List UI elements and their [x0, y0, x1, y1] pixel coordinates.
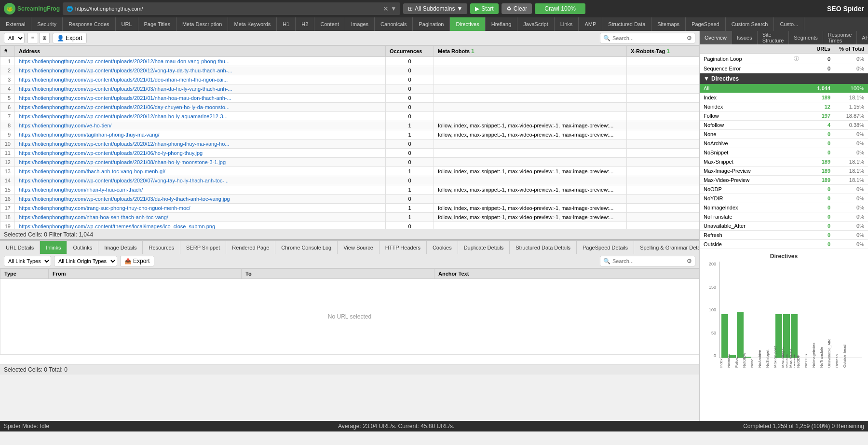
tab-images[interactable]: Images [345, 17, 375, 31]
url-bar[interactable]: https://hotienphongthuy.com/ [75, 3, 381, 14]
right-panel-item[interactable]: Refresh 0 0% [700, 231, 868, 240]
right-panel-item[interactable]: NoYDIR 0 0% [700, 194, 868, 203]
sequence-error-row[interactable]: Sequence Error 0 0% [700, 64, 868, 73]
subdomains-btn[interactable]: ⊞ All Subdomains ▼ [403, 3, 467, 14]
tab-pagespeed[interactable]: PageSpeed [686, 17, 726, 31]
directives-section-header[interactable]: ▼ Directives [700, 73, 868, 84]
tab-content[interactable]: Content [314, 17, 345, 31]
footer-tab-cookies[interactable]: Cookies [427, 241, 458, 254]
export-btn[interactable]: 👤 Export [53, 33, 87, 43]
table-row[interactable]: 8 https://hotienphongthuy.com/ve-ho-tien… [0, 121, 699, 130]
origin-types-select[interactable]: All Link Origin Types [54, 256, 117, 266]
right-tab-site-structure[interactable]: Site Structure [758, 31, 789, 44]
footer-tab-spelling[interactable]: Spelling & Grammar Details [634, 241, 699, 254]
list-view-btn[interactable]: ≡ [27, 33, 38, 43]
right-tab-segments[interactable]: Segments [789, 31, 823, 44]
pagination-loop-row[interactable]: Pagination Loop ⓘ 0 0% [700, 54, 868, 64]
right-tab-api[interactable]: API [857, 31, 868, 44]
table-row[interactable]: 10 https://hotienphongthuy.com/wp-conten… [0, 139, 699, 149]
right-panel-item[interactable]: NoODP 0 0% [700, 185, 868, 194]
url-clear-btn[interactable]: ✕ [383, 5, 389, 13]
table-row[interactable]: 16 https://hotienphongthuy.com/wp-conten… [0, 195, 699, 204]
right-panel-item[interactable]: Follow 197 18.87% [700, 111, 868, 121]
table-row[interactable]: 18 https://hotienphongthuy.com/nhan-hoa-… [0, 213, 699, 222]
footer-tab-image-details[interactable]: Image Details [98, 241, 143, 254]
right-panel-item[interactable]: Max-Snippet 189 18.1% [700, 157, 868, 167]
right-panel-item[interactable]: NoImageIndex 0 0% [700, 203, 868, 212]
footer-tab-inlinks[interactable]: Inlinks [40, 241, 67, 254]
table-row[interactable]: 12 https://hotienphongthuy.com/wp-conten… [0, 158, 699, 167]
tab-canonicals[interactable]: Canonicals [375, 17, 413, 31]
right-panel-item[interactable]: Max-Video-Preview 189 18.1% [700, 176, 868, 185]
tab-hreflang[interactable]: Hreflang [486, 17, 518, 31]
tab-h2[interactable]: H2 [296, 17, 314, 31]
right-panel-item[interactable]: Nofollow 4 0.38% [700, 121, 868, 130]
footer-tab-url-details[interactable]: URL Details [0, 241, 40, 254]
clear-btn[interactable]: ♻ Clear [502, 3, 532, 14]
tab-javascript[interactable]: JavaScript [517, 17, 554, 31]
bottom-filter-icon[interactable]: ⚙ [687, 258, 692, 264]
table-row[interactable]: 17 https://hotienphongthuy.com/trang-suc… [0, 204, 699, 213]
right-panel-item[interactable]: NoArchive 0 0% [700, 139, 868, 148]
footer-tab-view-source[interactable]: View Source [338, 241, 380, 254]
table-row[interactable]: 11 https://hotienphongthuy.com/wp-conten… [0, 149, 699, 158]
table-row[interactable]: 2 https://hotienphongthuy.com/wp-content… [0, 66, 699, 75]
footer-tab-duplicate[interactable]: Duplicate Details [458, 241, 510, 254]
tab-custom[interactable]: Custo... [774, 17, 804, 31]
right-panel-item[interactable]: Noindex 12 1.15% [700, 102, 868, 111]
table-row[interactable]: 13 https://hotienphongthuy.com/thach-anh… [0, 167, 699, 176]
tab-meta-keywords[interactable]: Meta Keywords [228, 17, 277, 31]
tab-url[interactable]: URL [116, 17, 138, 31]
right-tab-overview[interactable]: Overview [700, 31, 732, 44]
tab-meta-description[interactable]: Meta Description [176, 17, 229, 31]
table-row[interactable]: 15 https://hotienphongthuy.com/nhan-ty-h… [0, 185, 699, 195]
filter-select[interactable]: All [4, 33, 25, 43]
footer-tab-pagespeed[interactable]: PageSpeed Details [577, 241, 634, 254]
table-row[interactable]: 6 https://hotienphongthuy.com/wp-content… [0, 103, 699, 112]
tab-h1[interactable]: H1 [277, 17, 296, 31]
tab-page-titles[interactable]: Page Titles [138, 17, 176, 31]
table-row[interactable]: 5 https://hotienphongthuy.com/wp-content… [0, 94, 699, 103]
footer-tab-console[interactable]: Chrome Console Log [275, 241, 338, 254]
tab-response-codes[interactable]: Response Codes [63, 17, 115, 31]
right-panel-item[interactable]: NoSnippet 0 0% [700, 148, 868, 157]
filter-options-icon[interactable]: ⚙ [687, 35, 692, 42]
right-panel-item[interactable]: Unavailable_After 0 0% [700, 222, 868, 231]
footer-tab-outlinks[interactable]: Outlinks [67, 241, 98, 254]
footer-tab-structured[interactable]: Structured Data Details [510, 241, 577, 254]
tab-security[interactable]: Security [31, 17, 63, 31]
table-row[interactable]: 4 https://hotienphongthuy.com/wp-content… [0, 84, 699, 94]
table-row[interactable]: 1 https://hotienphongthuy.com/wp-content… [0, 57, 699, 66]
right-panel-item[interactable]: Index 189 18.1% [700, 93, 868, 102]
footer-tab-resources[interactable]: Resources [143, 241, 180, 254]
tab-structured-data[interactable]: Structured Data [602, 17, 651, 31]
tab-external[interactable]: External [0, 17, 31, 31]
tab-sitemaps[interactable]: Sitemaps [651, 17, 686, 31]
tab-custom-search[interactable]: Custom Search [726, 17, 774, 31]
table-row[interactable]: 3 https://hotienphongthuy.com/wp-content… [0, 75, 699, 84]
right-tab-issues[interactable]: Issues [732, 31, 758, 44]
tab-amp[interactable]: AMP [579, 17, 602, 31]
table-row[interactable]: 9 https://hotienphongthuy.com/tag/nhan-p… [0, 130, 699, 139]
footer-tab-http[interactable]: HTTP Headers [380, 241, 427, 254]
tab-directives[interactable]: Directives [450, 17, 485, 31]
right-panel-item[interactable]: NoTranslate 0 0% [700, 212, 868, 222]
start-btn[interactable]: ▶ Start [470, 3, 498, 14]
tab-links[interactable]: Links [555, 17, 579, 31]
right-panel-item[interactable]: All 1,044 100% [700, 84, 868, 93]
footer-tab-serp[interactable]: SERP Snippet [180, 241, 226, 254]
table-row[interactable]: 19 https://hotienphongthuy.com/wp-conten… [0, 222, 699, 229]
right-tab-response[interactable]: Response Times [823, 31, 857, 44]
main-search-input[interactable] [612, 35, 685, 41]
right-panel-item[interactable]: Outside 0 0% [700, 240, 868, 249]
grid-view-btn[interactable]: ⊞ [39, 33, 50, 43]
table-row[interactable]: 7 https://hotienphongthuy.com/wp-content… [0, 112, 699, 121]
right-panel-item[interactable]: Max-Image-Preview 189 18.1% [700, 167, 868, 176]
link-types-select[interactable]: All Link Types [4, 256, 51, 266]
table-row[interactable]: 14 https://hotienphongthuy.com/wp-conten… [0, 176, 699, 185]
bottom-export-btn[interactable]: 📤 Export [120, 256, 154, 266]
right-panel-item[interactable]: None 0 0% [700, 130, 868, 139]
footer-tab-rendered[interactable]: Rendered Page [226, 241, 275, 254]
tab-pagination[interactable]: Pagination [413, 17, 450, 31]
bottom-search-input[interactable] [612, 258, 685, 264]
